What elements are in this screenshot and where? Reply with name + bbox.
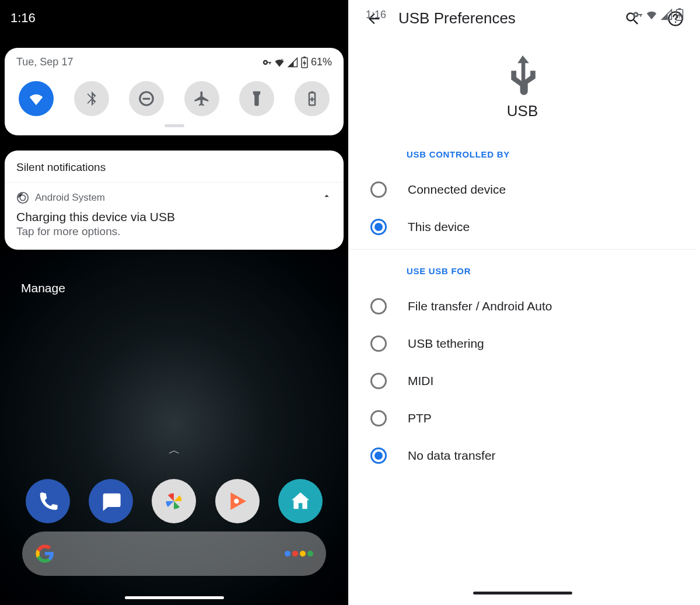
status-bar: 1:16: [348, 0, 696, 29]
radio-row-use-1[interactable]: USB tethering: [348, 325, 696, 362]
status-time: 1:16: [366, 9, 386, 21]
radio-label: MIDI: [408, 374, 433, 388]
cellular-icon: [661, 9, 673, 20]
gesture-nav-bar[interactable]: [125, 596, 224, 599]
svg-rect-2: [303, 57, 306, 58]
airplane-icon: [193, 90, 211, 107]
qs-tile-row: [16, 81, 332, 116]
qs-status-icons: G 61%: [260, 56, 332, 68]
phone-icon: [36, 489, 60, 513]
qs-tile-airplane[interactable]: [184, 81, 219, 116]
svg-rect-11: [678, 8, 681, 9]
manage-button[interactable]: Manage: [21, 281, 65, 295]
qs-date: Tue, Sep 17: [16, 56, 73, 68]
radio-button[interactable]: [370, 335, 387, 352]
photos-icon: [162, 489, 186, 513]
messages-icon: [99, 489, 123, 513]
notification-title: Charging this device via USB: [16, 210, 332, 224]
radio-row-use-0[interactable]: File transfer / Android Auto: [348, 288, 696, 325]
qs-tile-wifi[interactable]: [19, 81, 54, 116]
app-drawer-hint-icon: ︿: [169, 442, 180, 458]
dnd-icon: [138, 90, 155, 107]
flashlight-icon: [248, 90, 265, 107]
usb-icon: [507, 55, 538, 96]
collapse-chevron-icon[interactable]: [321, 191, 332, 204]
bluetooth-icon: [83, 90, 100, 107]
radio-label: No data transfer: [408, 449, 496, 463]
silent-notifications-header: Silent notifications: [5, 151, 344, 183]
quick-settings-panel: Tue, Sep 17 G 61%: [5, 48, 344, 135]
radio-label: Connected device: [408, 183, 506, 197]
usb-hero-label: USB: [507, 102, 538, 120]
svg-rect-6: [310, 92, 313, 93]
radio-button[interactable]: [370, 298, 387, 314]
notification-card[interactable]: Silent notifications Android System Char…: [5, 151, 344, 250]
qs-tile-bluetooth[interactable]: [74, 81, 109, 116]
svg-text:G: G: [281, 58, 284, 61]
dock-messages-app[interactable]: [89, 479, 133, 523]
usb-hero: USB: [348, 55, 696, 120]
section-controlled-by: USB CONTROLLED BY: [348, 149, 696, 159]
android-system-icon: [16, 191, 29, 204]
dock-phone-app[interactable]: [26, 479, 70, 523]
vpn-key-icon: [260, 57, 271, 68]
dock-home-app[interactable]: [278, 479, 323, 523]
radio-button[interactable]: [370, 219, 387, 235]
search-bar[interactable]: [22, 531, 326, 576]
notification-app-name: Android System: [35, 192, 105, 204]
gesture-nav-bar[interactable]: [473, 592, 572, 594]
battery-charging-icon: [300, 57, 309, 68]
battery-charging-icon: [676, 8, 684, 21]
qs-tile-dnd[interactable]: [129, 81, 164, 116]
svg-rect-4: [143, 98, 150, 100]
radio-label: PTP: [408, 411, 432, 425]
vpn-key-icon: [629, 8, 642, 21]
battery-saver-icon: [303, 90, 321, 107]
radio-row-use-2[interactable]: MIDI: [348, 362, 696, 400]
radio-label: This device: [408, 220, 470, 234]
usb-preferences-screen: 1:16 USB Preferences USB USB CONTROLLED …: [348, 0, 696, 605]
qs-expand-handle[interactable]: [164, 124, 184, 127]
radio-row-controlled-1[interactable]: This device: [348, 208, 696, 246]
notification-subtitle: Tap for more options.: [16, 225, 332, 238]
radio-label: USB tethering: [408, 337, 484, 351]
dock-photos-app[interactable]: [152, 479, 196, 523]
dock-play-music-app[interactable]: [215, 479, 260, 523]
svg-point-9: [234, 499, 239, 503]
divider: [348, 249, 696, 250]
qs-tile-battery-saver[interactable]: [295, 81, 330, 116]
radio-button[interactable]: [370, 410, 387, 426]
radio-row-use-3[interactable]: PTP: [348, 400, 696, 437]
radio-row-controlled-0[interactable]: Connected device: [348, 171, 696, 208]
google-logo-icon: [35, 544, 55, 564]
status-bar: 1:16: [0, 0, 348, 36]
qs-tile-flashlight[interactable]: [239, 81, 274, 116]
wifi-icon: [645, 8, 658, 21]
battery-percent: 61%: [311, 56, 332, 68]
radio-button[interactable]: [370, 181, 387, 198]
radio-row-use-4[interactable]: No data transfer: [348, 437, 696, 474]
cellular-icon: [288, 57, 298, 68]
notification-shade-screen: 1:16 Tue, Sep 17 G 61%: [0, 0, 348, 605]
status-time: 1:16: [10, 11, 36, 26]
assistant-icon[interactable]: [285, 551, 313, 557]
play-music-icon: [226, 489, 249, 513]
radio-button[interactable]: [370, 373, 387, 389]
wifi-icon: G: [274, 57, 285, 68]
wifi-icon: [27, 90, 45, 107]
section-use-usb-for: USE USB FOR: [348, 266, 696, 276]
radio-label: File transfer / Android Auto: [408, 299, 552, 313]
home-dock: [0, 479, 348, 523]
home-icon: [289, 489, 312, 513]
radio-button[interactable]: [370, 447, 387, 464]
svg-point-8: [20, 195, 25, 200]
